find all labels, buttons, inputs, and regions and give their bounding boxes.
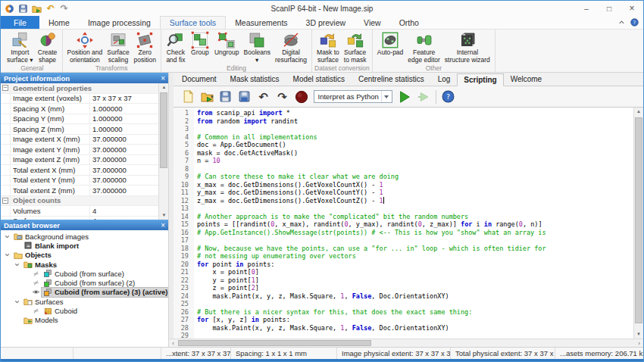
collapse-ribbon-icon[interactable] [617,18,626,27]
code-line[interactable]: # Common in all implementations [197,133,633,142]
chevron-down-icon[interactable] [3,251,11,259]
visibility-eye-off-icon[interactable] [31,279,41,287]
save-script-as-icon[interactable] [238,90,252,104]
document-tab-scripting[interactable]: Scripting [457,73,503,86]
code-line[interactable]: # Another approach is to make the "compl… [197,213,633,221]
tree-item-objects[interactable]: Objects [1,251,168,260]
code-line[interactable]: # Now, because we have the points, can u… [197,245,633,253]
code-line[interactable]: x_max = doc.GetDimensions().GetVoxelCoun… [197,181,633,189]
minimize-button[interactable]: – [575,1,598,16]
code-line[interactable]: for point in points: [197,261,633,269]
scroll-up-icon[interactable]: ▲ [634,108,643,116]
editor-horizontal-scrollbar[interactable]: ‹ › [169,339,643,347]
code-line[interactable]: z = point[2] [197,284,633,292]
scroll-left-icon[interactable]: ‹ [169,339,177,347]
chevron-down-icon[interactable] [13,261,21,269]
document-tab-model-statistics[interactable]: Model statistics [286,73,352,86]
visibility-eye-off-icon[interactable] [31,270,41,278]
scroll-up-icon[interactable]: ▲ [159,83,169,92]
close-panel-icon[interactable]: × [161,221,165,229]
internal-structure-wizard-button[interactable]: Internal structure wizard [442,30,492,64]
code-line[interactable] [197,165,633,173]
ribbon-tab-view[interactable]: View [355,16,390,29]
ribbon-tab-3d-preview[interactable]: 3D preview [297,16,355,29]
code-line[interactable]: doc = App.GetDocument() [197,141,633,149]
surface-to-mask-button[interactable]: Surface to mask [342,30,369,64]
code-line[interactable]: # Can store these to make it clear what … [197,173,633,181]
code-line[interactable]: mask = doc.GetActiveMask() [197,149,633,158]
save-script-icon[interactable] [219,90,233,104]
visibility-eye-icon[interactable] [31,288,41,296]
interpreter-select[interactable]: Interpret as Python [314,90,392,103]
code-line[interactable] [197,300,633,308]
run-selection-icon[interactable] [417,90,430,104]
section-header-object-counts[interactable]: −Object counts [1,196,158,207]
code-line[interactable]: from random import randint [197,117,633,126]
surface-scaling-button[interactable]: Surface scaling [105,30,131,64]
document-tab-welcome[interactable]: Welcome [504,73,549,86]
document-tab-document[interactable]: Document [175,73,224,86]
code-line[interactable]: y = point[1] [197,276,633,285]
code-line[interactable]: points = [[randint(0, x_max), randint(0,… [197,220,633,229]
scrollbar-thumb[interactable] [160,92,167,168]
code-text[interactable]: from scanip_api import *from random impo… [194,108,633,339]
code-line[interactable]: # App.GetInstance().ShowMessage(str(poin… [197,229,633,237]
scroll-right-icon[interactable]: › [635,339,643,347]
code-line[interactable]: n = 10 [197,157,633,165]
combo-dropdown-icon[interactable] [381,91,392,102]
editor-vertical-scrollbar[interactable]: ▲ ▼ [633,108,643,339]
import-surface-button[interactable]: Import surface ▾ [5,30,36,64]
document-tab-centreline-statistics[interactable]: Centreline statistics [352,73,431,86]
maximize-button[interactable]: □ [598,1,621,16]
digital-resurfacing-button[interactable]: Digital resurfacing [273,30,309,64]
chevron-down-icon[interactable] [13,298,21,306]
tree-item-cuboid-from-surface-3-active[interactable]: Cuboid (from surface) (3) (active) [1,288,168,297]
scrollbar-thumb[interactable] [635,117,642,323]
check-and-fix-button[interactable]: Check and fix [164,30,188,64]
position-and-orientation-button[interactable]: Position and orientation [65,30,105,64]
ribbon-tab-ortho[interactable]: Ortho [390,16,428,29]
code-line[interactable]: mask.Paint(x, y, z, Mask.Square, 1, Fals… [197,324,633,332]
ribbon-tab-measurements[interactable]: Measurements [226,16,296,29]
help-icon[interactable]: ? [442,90,455,104]
quick-save-icon[interactable] [18,4,28,14]
code-line[interactable]: mask.Paint(x, y, z, Mask.Square, 1, Fals… [197,292,633,301]
quick-open-icon[interactable] [32,4,42,14]
scrollbar-thumb[interactable] [178,340,371,346]
code-line[interactable]: for [x, y, z] in points: [197,316,633,324]
chevron-down-icon[interactable] [3,232,11,241]
tree-item-models[interactable]: Models [1,316,168,325]
ungroup-button[interactable]: Ungroup [212,30,242,58]
quick-redo-icon[interactable]: ↷ [59,4,69,14]
code-line[interactable]: from scanip_api import * [197,109,633,117]
script-editor[interactable]: 1234567891011121314151617181920212223242… [174,107,643,339]
visibility-eye-off-icon[interactable] [31,307,41,315]
properties-scrollbar[interactable]: ▲ ▼ [158,83,168,220]
new-script-icon[interactable] [181,90,195,104]
code-line[interactable] [197,204,633,213]
zero-position-button[interactable]: Zero position [132,30,158,64]
app-logo-icon[interactable] [5,4,14,14]
tree-item-blank-import[interactable]: Blank import [1,241,168,250]
code-line[interactable] [197,332,633,339]
code-line[interactable]: # But there is a nicer syntax for this, … [197,308,633,317]
open-dropdown-icon[interactable]: ▾ [211,94,214,100]
scroll-down-icon[interactable]: ▼ [159,211,169,220]
ribbon-help-icon[interactable]: ? [630,18,639,27]
booleans-button[interactable]: Booleans ▾ [242,30,273,64]
close-panel-icon[interactable]: × [161,74,165,83]
tree-item-cuboid[interactable]: Cuboid [1,306,168,315]
scroll-down-icon[interactable]: ▼ [634,330,643,339]
mask-to-surface-button[interactable]: Mask to surface [314,30,342,64]
code-line[interactable]: y_max = doc.GetDimensions().GetVoxelCoun… [197,189,633,197]
collapse-section-icon[interactable]: − [1,83,11,93]
redo-icon[interactable]: ↷ [276,90,289,104]
document-tab-log[interactable]: Log [431,73,458,86]
create-shape-button[interactable]: Create shape [36,30,60,64]
ribbon-tab-file[interactable]: File [1,16,39,29]
code-line[interactable]: # not messing up enumerating over vector… [197,252,633,261]
quick-undo-icon[interactable]: ↶ [45,4,55,14]
auto-pad-button[interactable]: Auto-pad [375,30,406,58]
ribbon-tab-surface-tools[interactable]: Surface tools [160,16,226,29]
code-line[interactable]: z_max = doc.GetDimensions().GetVoxelCoun… [197,197,633,205]
